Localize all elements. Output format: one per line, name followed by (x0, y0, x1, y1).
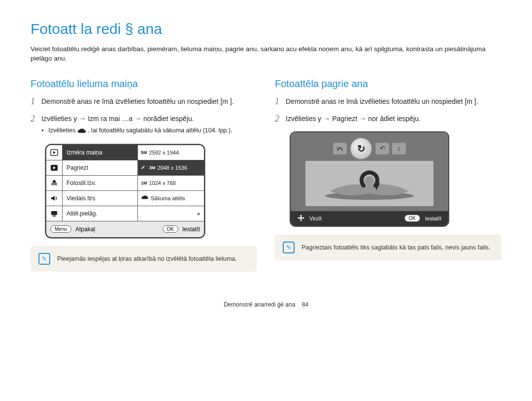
rotate-footer: Virzīt OK Iestatīt (291, 211, 448, 226)
menu-opt-more (138, 206, 204, 221)
note-text: Pieejamās iespējas at ķiras atkarībā no … (57, 255, 237, 262)
camera-menu-mock: Izmēra maiņa 5M 2592 x 1944 Pagriezt 3M … (45, 144, 205, 238)
note-rotate: ✎ Pagrieztais fotoattēls tiks saglabāts … (275, 235, 501, 260)
sizebadge: 5M (141, 150, 147, 155)
note-resize: ✎ Pieejamās iespējas at ķiras atkarībā n… (31, 246, 257, 272)
svg-point-2 (53, 180, 56, 183)
rotate-toolbar: OFF ↻ ↶ ↕ (333, 137, 406, 160)
step-2-bullet: Izvēlieties , lai fotoattēlu saglabātu k… (41, 126, 232, 137)
sidebar-icon-play (46, 145, 63, 160)
note-icon: ✎ (38, 253, 50, 265)
step-number: 2 (275, 114, 286, 124)
heading-rotate: Fotoattēla pagrie ana (275, 78, 501, 90)
svg-point-3 (51, 183, 54, 185)
menu-opt-5m: 5M 2592 x 1944 (138, 145, 204, 160)
sizebadge: 3M (149, 165, 156, 170)
column-resize: Fotoattēlu lieluma maiņa 1 Demonstrē ana… (31, 76, 257, 272)
move-label: Virzīt (309, 216, 322, 221)
page-intro: Veiciet fotoattēlu rediģē anas darbības,… (31, 44, 501, 63)
menu-item-rotate: Pagriezt (63, 160, 138, 175)
opt-text: Sākuma attēls (151, 195, 185, 201)
set-label: Iestatīt (425, 216, 441, 221)
menu-button-pill: Menu (50, 225, 71, 233)
page-title: Fotoatt la redi § ana (31, 21, 501, 37)
startimage-icon (141, 195, 149, 201)
step-number: 1 (31, 96, 41, 107)
opt-text: 1024 x 768 (149, 180, 176, 186)
startimage-icon (77, 128, 86, 137)
column-rotate: Fotoattēla pagrie ana 1 Demonstrē anas r… (275, 76, 501, 272)
menu-opt-3m: 3M 2048 x 1536 (138, 160, 204, 175)
camera-rotate-mock: OFF ↻ ↶ ↕ (290, 131, 449, 227)
opt-text: 2048 x 1536 (158, 165, 188, 171)
svg-point-4 (54, 183, 57, 185)
move-arrows-icon (298, 215, 304, 222)
ok-button-pill: OK (404, 215, 420, 222)
step-1-body: Demonstrē anas re īmā izvēlieties fotoat… (286, 96, 478, 107)
step-2-body: Izvēlieties y → Pagriezt → nor ādiet ies… (286, 114, 421, 124)
svg-rect-5 (51, 211, 57, 215)
menu-opt-start: Sākuma attēls (138, 191, 204, 206)
heading-resize: Fotoattēlu lieluma maiņa (31, 78, 257, 90)
menu-opt-1m: 1M 1024 x 768 (138, 176, 204, 190)
step-2-text: Izvēlieties y → Izm ra mai …a → norādiet… (41, 115, 194, 123)
sizebadge: 1M (141, 181, 147, 185)
sidebar-icon-tools (46, 160, 63, 175)
menu-item-resize: Izmēra maiņa (63, 145, 138, 160)
rotate-preview (305, 161, 433, 206)
camera-menu-footer: Menu Atpakaļ OK Iestatīt (46, 221, 204, 237)
footer-page: 84 (302, 301, 308, 308)
step-number: 2 (31, 114, 41, 137)
menu-item-style: Fotostil.Izv. (63, 176, 138, 190)
page-footer: Demonstrē ana/redi ģē ana 84 (31, 301, 501, 308)
rotate-right-icon: ↻ (350, 137, 372, 160)
rotate-arrow-icon (357, 169, 382, 198)
footer-section: Demonstrē ana/redi ģē ana (224, 301, 295, 308)
sidebar-icon-display (46, 206, 63, 221)
step-number: 1 (275, 96, 286, 107)
note-text: Pagrieztais fotoattēls tiks saglabāts kā… (301, 244, 491, 251)
step-2-body: Izvēlieties y → Izm ra mai …a → norādiet… (41, 114, 232, 137)
menu-item-adjust: Attēl.pielāg. (63, 206, 138, 221)
note-icon: ✎ (283, 242, 295, 253)
step-1-body: Demonstrē anas re īmā izvēlieties fotoat… (41, 96, 234, 107)
sidebar-icon-effects (46, 176, 63, 190)
rotate-off-icon: OFF (333, 143, 347, 154)
rotate-left-icon: ↶ (375, 143, 389, 154)
ok-button-pill: OK (163, 225, 178, 233)
menu-item-smartfilter: Viedais ltrs (63, 191, 138, 206)
rotate-180-icon: ↕ (392, 143, 406, 154)
sidebar-icon-sound (46, 191, 63, 206)
footer-set-label: Iestatīt (182, 226, 200, 233)
svg-rect-6 (53, 216, 56, 216)
footer-back-label: Atpakaļ (75, 226, 95, 233)
opt-text: 2592 x 1944 (149, 150, 179, 155)
